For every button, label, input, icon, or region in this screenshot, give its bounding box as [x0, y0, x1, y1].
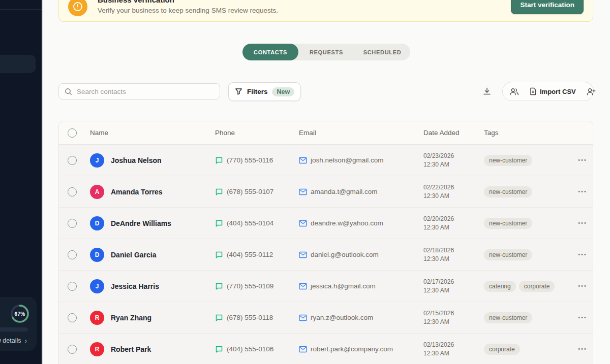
avatar: D [90, 216, 104, 230]
start-verification-button[interactable]: Start verification [511, 0, 584, 14]
row-menu-button[interactable]: ••• [578, 189, 587, 194]
filters-new-badge: New [272, 87, 294, 96]
select-all-checkbox[interactable] [68, 128, 77, 138]
avatar: R [90, 342, 104, 356]
row-phone[interactable]: (404) 555-0112 [215, 251, 299, 259]
filters-button[interactable]: Filters New [228, 82, 301, 101]
phone-number: (770) 555-0109 [227, 282, 273, 290]
sidebar-border [42, 0, 43, 364]
date-added: 02/15/202612:30 AM [423, 309, 484, 325]
table-row: RRobert Park(404) 555-0106robert.park@co… [59, 334, 593, 364]
view-details-label: View details [0, 337, 21, 344]
contact-name: Jessica Harris [111, 282, 159, 290]
envelope-icon [299, 251, 307, 258]
column-header-email: Email [299, 129, 423, 137]
row-email[interactable]: amanda.t@gmail.com [299, 188, 423, 195]
row-phone[interactable]: (404) 555-0104 [215, 219, 299, 227]
row-menu-button[interactable]: ••• [578, 252, 587, 257]
row-email[interactable]: jessica.h@gmail.com [299, 282, 423, 290]
email-address: amanda.t@gmail.com [311, 188, 378, 195]
row-phone[interactable]: (678) 555-0118 [215, 314, 299, 322]
add-contact-button[interactable] [586, 87, 596, 96]
row-email[interactable]: robert.park@company.com [299, 345, 423, 353]
sidebar-active-nav-item[interactable] [0, 55, 36, 73]
row-email[interactable]: josh.nelson@gmail.com [299, 156, 423, 164]
envelope-icon [299, 314, 307, 321]
envelope-icon [299, 188, 307, 195]
import-csv-button[interactable]: Import CSV [529, 87, 576, 95]
tags-cell: corporate [484, 344, 571, 355]
date-added: 02/17/202612:30 AM [423, 278, 484, 294]
row-phone[interactable]: (770) 555-0116 [215, 156, 299, 164]
view-groups-button[interactable] [509, 87, 519, 96]
row-menu-button[interactable]: ••• [578, 315, 587, 320]
row-checkbox[interactable] [68, 313, 77, 322]
tag-pill: new-customer [484, 249, 532, 260]
banner-title: Business verification [98, 0, 278, 4]
row-menu-button[interactable]: ••• [578, 283, 587, 289]
email-address: josh.nelson@gmail.com [311, 156, 384, 164]
tab-contacts[interactable]: CONTACTS [242, 44, 298, 60]
row-menu-button[interactable]: ••• [578, 157, 587, 163]
tag-pill: new-customer [484, 312, 532, 323]
phone-number: (404) 555-0104 [227, 219, 273, 227]
avatar: D [90, 248, 104, 262]
tag-pill: new-customer [484, 186, 532, 197]
row-checkbox[interactable] [68, 219, 77, 228]
row-email[interactable]: ryan.z@outlook.com [299, 314, 423, 321]
table-row: RRyan Zhang(678) 555-0118ryan.z@outlook.… [59, 302, 593, 334]
view-details-link[interactable]: View details › [0, 337, 36, 345]
tab-scheduled[interactable]: SCHEDULED [354, 44, 410, 60]
avatar: J [90, 279, 104, 293]
tag-pill: catering [484, 281, 516, 292]
tag-pill: corporate [484, 344, 520, 355]
row-email[interactable]: deandre.w@yahoo.com [299, 219, 423, 227]
row-checkbox[interactable] [68, 250, 77, 259]
email-address: robert.park@company.com [311, 345, 393, 353]
envelope-icon [299, 220, 307, 227]
row-checkbox[interactable] [68, 156, 77, 165]
avatar: J [90, 153, 104, 168]
row-phone[interactable]: (404) 555-0106 [215, 345, 299, 353]
row-checkbox[interactable] [68, 345, 77, 354]
sms-bubble-icon [215, 251, 223, 259]
tab-requests[interactable]: REQUESTS [298, 44, 354, 60]
date-added: 02/23/202612:30 AM [423, 152, 484, 168]
tags-cell: new-customer [484, 312, 571, 323]
row-checkbox[interactable] [68, 187, 77, 196]
row-phone[interactable]: (678) 555-0107 [215, 188, 299, 196]
sidebar-divider [0, 9, 42, 10]
contact-name: Daniel Garcia [111, 251, 157, 259]
tags-cell: new-customer [484, 218, 571, 229]
column-header-date-added: Date Added [423, 129, 484, 137]
row-phone[interactable]: (770) 555-0109 [215, 282, 299, 290]
filters-label: Filters [247, 88, 268, 95]
contact-name: Joshua Nelson [111, 156, 162, 164]
contact-name: Ryan Zhang [111, 314, 151, 322]
search-icon [65, 88, 72, 95]
banner-text: Business verification Verify your busine… [98, 0, 278, 14]
import-csv-label: Import CSV [540, 88, 576, 95]
email-address: ryan.z@outlook.com [311, 314, 373, 321]
sms-bubble-icon [215, 156, 223, 164]
tags-cell: new-customer [484, 249, 571, 260]
tag-pill: corporate [519, 281, 555, 292]
download-button[interactable] [481, 85, 493, 97]
row-checkbox[interactable] [68, 282, 77, 291]
column-header-tags: Tags [484, 129, 571, 137]
date-added: 02/20/202612:30 AM [423, 215, 484, 231]
phone-number: (678) 555-0118 [227, 314, 273, 321]
phone-number: (770) 555-0116 [227, 156, 273, 164]
envelope-icon [299, 283, 307, 290]
row-email[interactable]: daniel.g@outlook.com [299, 251, 423, 258]
sidebar-nav: 67% View details › [0, 0, 42, 364]
table-row: AAmanda Torres(678) 555-0107amanda.t@gma… [59, 176, 593, 208]
row-menu-button[interactable]: ••• [578, 346, 587, 352]
person-add-icon [586, 87, 596, 96]
row-menu-button[interactable]: ••• [578, 220, 587, 226]
download-icon [482, 87, 492, 96]
search-input[interactable] [77, 88, 214, 95]
sms-bubble-icon [215, 314, 223, 322]
envelope-icon [299, 157, 307, 164]
usage-progress-bar [0, 327, 28, 332]
